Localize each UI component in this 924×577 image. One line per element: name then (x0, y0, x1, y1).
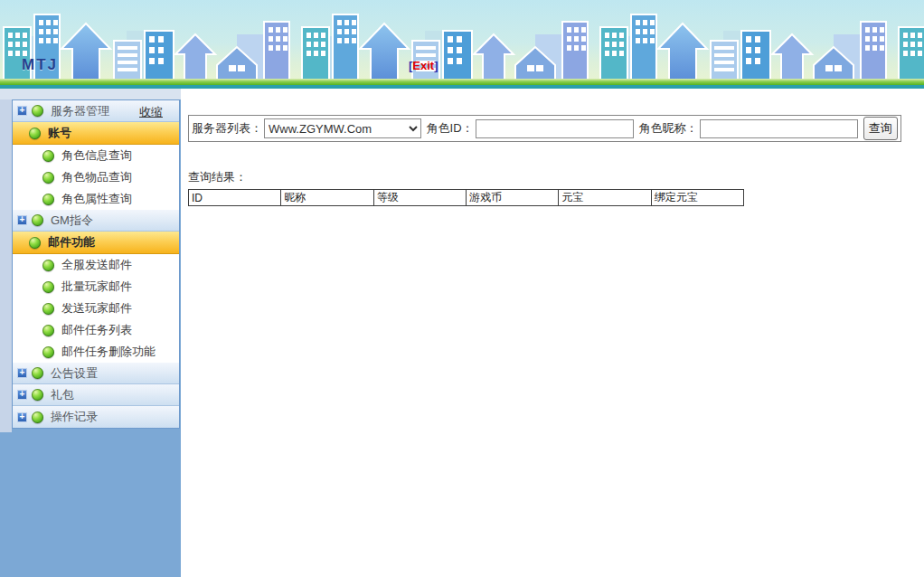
result-header-nickname: 昵称 (281, 190, 373, 206)
sidebar-item-mail-task-list[interactable]: 邮件任务列表 (13, 319, 179, 341)
sidebar-item-role-info-query[interactable]: 角色信息查询 (13, 145, 179, 166)
query-form-bar: 服务器列表： Www.ZGYMW.Com 角色ID： 角色昵称： 查询 (188, 115, 901, 142)
sidebar-item-label: 礼包 (51, 387, 74, 403)
green-orb-icon (42, 194, 54, 205)
sidebar-item-mail-function[interactable]: 邮件功能 (13, 232, 179, 254)
result-header-id: ID (189, 190, 281, 206)
expand-plus-icon[interactable]: + (17, 390, 27, 400)
green-orb-icon (42, 325, 54, 336)
sidebar-item-label: 发送玩家邮件 (61, 300, 132, 317)
sidebar-item-label: 操作记录 (51, 409, 98, 425)
result-table-header-row: ID 昵称 等级 游戏币 元宝 绑定元宝 (189, 190, 744, 206)
result-header-bound-yuanbao: 绑定元宝 (651, 190, 743, 206)
sidebar-item-label: 服务器管理 (51, 103, 109, 119)
sidebar-item-label: 角色物品查询 (61, 169, 132, 185)
sidebar-item-role-item-query[interactable]: 角色物品查询 (13, 166, 179, 188)
result-label: 查询结果： (188, 169, 924, 185)
sidebar-item-role-attr-query[interactable]: 角色属性查询 (13, 188, 179, 210)
role-nickname-label: 角色昵称： (639, 120, 698, 137)
expand-plus-icon[interactable]: + (17, 106, 27, 116)
exit-bracket-close: ] (434, 59, 438, 72)
green-orb-icon (32, 411, 43, 423)
sidebar-menu-panel: + 服务器管理 收缩 账号 角色信息查询 角色物品查询 角色属性查询 + GM指… (12, 99, 180, 429)
sidebar-item-mail-task-delete[interactable]: 邮件任务删除功能 (13, 341, 179, 363)
green-orb-icon (42, 150, 54, 162)
sidebar-item-send-all-mail[interactable]: 全服发送邮件 (13, 254, 179, 276)
sidebar-gutter (0, 89, 12, 432)
sidebar-item-label: 公告设置 (51, 365, 98, 382)
sidebar-item-operation-log[interactable]: + 操作记录 (13, 406, 179, 428)
green-orb-icon (32, 214, 43, 226)
result-header-level: 等级 (373, 190, 466, 206)
sidebar: + 服务器管理 收缩 账号 角色信息查询 角色物品查询 角色属性查询 + GM指… (0, 89, 181, 577)
sidebar-top-band (0, 89, 181, 99)
expand-plus-icon[interactable]: + (17, 368, 27, 378)
sidebar-item-batch-player-mail[interactable]: 批量玩家邮件 (13, 276, 179, 298)
sidebar-item-gm-command[interactable]: + GM指令 (13, 210, 179, 232)
role-id-input[interactable] (476, 119, 634, 138)
top-banner: MTJ [Exit] (0, 0, 924, 89)
green-orb-icon (42, 303, 54, 315)
green-orb-icon (32, 389, 43, 401)
sidebar-item-label: GM指令 (51, 213, 93, 229)
sidebar-item-label: 角色属性查询 (61, 191, 132, 207)
grip-icon (14, 127, 20, 139)
mtj-logo: MTJ (22, 56, 58, 74)
sidebar-item-label: 邮件功能 (48, 234, 95, 251)
grip-icon (14, 236, 20, 249)
role-nickname-input[interactable] (700, 119, 858, 138)
sidebar-item-label: 全服发送邮件 (61, 257, 132, 273)
green-orb-icon (32, 105, 43, 117)
banner-green-strip (0, 79, 924, 85)
main-content: 服务器列表： Www.ZGYMW.Com 角色ID： 角色昵称： 查询 查询结果… (181, 89, 924, 577)
green-orb-icon (32, 367, 43, 379)
collapse-link[interactable]: 收缩 (139, 104, 163, 120)
query-button[interactable]: 查询 (863, 117, 898, 140)
result-header-game-coin: 游戏币 (466, 190, 558, 206)
green-orb-icon (42, 281, 54, 293)
sidebar-item-announcement[interactable]: + 公告设置 (13, 363, 179, 384)
sidebar-item-label: 角色信息查询 (61, 147, 132, 164)
sidebar-item-label: 邮件任务列表 (61, 322, 132, 338)
sidebar-item-account[interactable]: 账号 (13, 122, 179, 145)
sidebar-item-gift-pack[interactable]: + 礼包 (13, 384, 179, 406)
green-orb-icon (42, 260, 54, 271)
server-list-label: 服务器列表： (192, 120, 262, 137)
result-header-yuanbao: 元宝 (559, 190, 651, 206)
role-id-label: 角色ID： (427, 120, 474, 137)
result-table: ID 昵称 等级 游戏币 元宝 绑定元宝 (188, 189, 744, 206)
server-list-select[interactable]: Www.ZGYMW.Com (264, 118, 421, 138)
exit-label: Exit (412, 59, 434, 72)
city-skyline-illustration (0, 0, 924, 80)
green-orb-icon (42, 346, 54, 358)
green-orb-icon (42, 172, 54, 184)
exit-link[interactable]: [Exit] (409, 59, 438, 72)
expand-plus-icon[interactable]: + (17, 215, 27, 225)
sidebar-item-label: 批量玩家邮件 (61, 279, 132, 295)
sidebar-item-send-player-mail[interactable]: 发送玩家邮件 (13, 298, 179, 319)
green-orb-icon (29, 128, 41, 139)
sidebar-item-label: 账号 (48, 125, 71, 141)
green-orb-icon (29, 237, 41, 249)
expand-plus-icon[interactable]: + (17, 412, 27, 422)
sidebar-item-server-management[interactable]: + 服务器管理 收缩 (13, 100, 179, 122)
sidebar-item-label: 邮件任务删除功能 (61, 344, 156, 360)
